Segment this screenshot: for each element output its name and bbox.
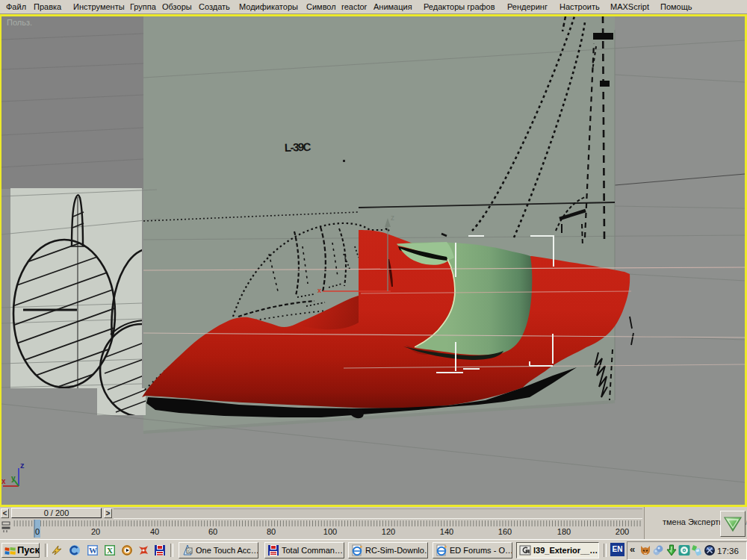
svg-text:200: 200 [616, 527, 629, 536]
svg-text:180: 180 [557, 527, 571, 536]
svg-text:y: y [11, 474, 16, 482]
svg-text:160: 160 [498, 527, 512, 536]
svg-text:L-39C: L-39C [285, 140, 311, 154]
svg-text:120: 120 [382, 527, 395, 536]
svg-text:20: 20 [91, 527, 100, 536]
svg-text:z: z [391, 214, 394, 222]
svg-text:60: 60 [208, 527, 217, 536]
svg-text:140: 140 [440, 527, 453, 536]
svg-text:40: 40 [150, 527, 159, 536]
svg-text:80: 80 [267, 527, 276, 536]
svg-text:Польз.: Польз. [7, 18, 32, 27]
svg-text:x: x [1, 477, 6, 485]
svg-text:W: W [89, 546, 97, 555]
svg-text:100: 100 [323, 527, 337, 536]
svg-text:x: x [317, 287, 321, 294]
svg-text:G: G [188, 549, 192, 553]
svg-text:X: X [107, 546, 113, 555]
svg-text:z: z [20, 461, 25, 470]
svg-text:0: 0 [35, 527, 40, 536]
